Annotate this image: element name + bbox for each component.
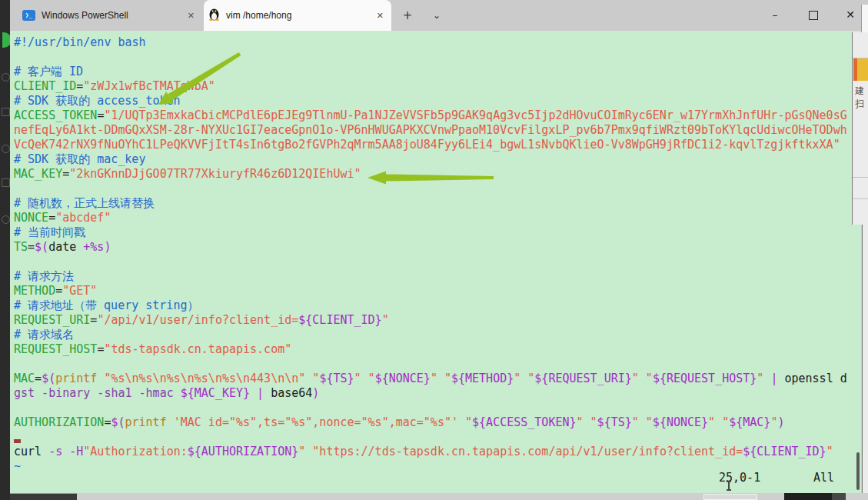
divider (853, 177, 868, 178)
code-line (14, 50, 847, 65)
linux-tux-icon (208, 8, 220, 23)
tab-close-icon[interactable]: ✕ (185, 9, 198, 22)
terminal-tab-bar: ❯_ Windows PowerShell ✕ vim /home/hong (10, 0, 861, 31)
cursor-position: 25,0-1 (719, 471, 760, 485)
code-line: METHOD="GET" (14, 284, 847, 298)
divider (853, 198, 868, 199)
vim-cursor (14, 439, 21, 443)
terminal-scrollbar[interactable] (856, 452, 860, 490)
tab-label: Windows PowerShell (42, 10, 128, 21)
code-line (14, 255, 847, 269)
terminal-screen[interactable]: #!/usr/bin/env bash# 客户端 IDCLIENT_ID="zW… (10, 31, 861, 493)
code-line: #!/usr/bin/env bash (14, 35, 847, 50)
code-line (14, 401, 847, 415)
background-button-fragment (703, 494, 757, 500)
scroll-indicator: All (813, 471, 834, 485)
background-orange-fragment (853, 58, 857, 81)
tab-vim-home-hong[interactable]: vim /home/hong ✕ (204, 0, 391, 31)
background-taskbar-strip (0, 493, 868, 500)
code-line: # 请求域名 (14, 328, 847, 342)
code-line: NONCE="abcdef" (14, 211, 847, 225)
code-line: AUTHORIZATION=$(printf 'MAC id="%s",ts="… (14, 415, 847, 430)
code-line: MAC=$(printf "%s\n%s\n%s\n%s\n%s\n443\n\… (14, 372, 847, 386)
background-window-edge (0, 493, 77, 500)
tab-close-icon[interactable]: ✕ (374, 9, 387, 22)
code-line: # 客户端 ID (14, 65, 847, 79)
code-line: TS=$(date +%s) (14, 240, 847, 255)
toolbar-tool-icon (2, 178, 10, 187)
code-line: ACCESS_TOKEN="1/UQTp3EmxkaCbicMCPdlE6pEJ… (14, 108, 847, 123)
background-window-fragment (862, 225, 868, 493)
code-line: # SDK 获取的 mac_key (14, 152, 847, 167)
vim-ruler: 25,0-1 All (10, 471, 861, 485)
vim-buffer: #!/usr/bin/env bash# 客户端 IDCLIENT_ID="zW… (14, 35, 847, 474)
code-line: REQUEST_URI="/api/v1/user/info?client_id… (14, 313, 847, 328)
maximize-button[interactable] (796, 0, 831, 31)
code-line (14, 182, 847, 196)
tab-dropdown-button[interactable]: ⌄ (424, 0, 450, 31)
code-line (14, 357, 847, 372)
code-line: VcQeK742rNX9fNuOYhC1LPeQKVVFjItT4sIn6tgB… (14, 138, 847, 152)
tab-windows-powershell[interactable]: ❯_ Windows PowerShell ✕ (18, 0, 202, 31)
code-line: REQUEST_HOST="tds-tapsdk.cn.tapapis.com" (14, 342, 847, 357)
maximize-icon (809, 11, 818, 20)
tab-label: vim /home/hong (226, 10, 291, 21)
code-line: # 请求方法 (14, 269, 847, 284)
code-line: # 请求地址（带 query string） (14, 298, 847, 313)
background-window-fragment: 建 扫 (852, 32, 868, 225)
minimize-button[interactable]: – (757, 0, 793, 31)
toolbar-tool-icon (2, 145, 10, 153)
new-tab-button[interactable]: + (394, 0, 421, 31)
code-line: nefEqLy6A1kt-DDmGQxXSM-28r-NYXUc1GI7eace… (14, 123, 847, 138)
background-text-fragment: 建 扫 (855, 85, 868, 111)
toolbar-tool-icon (2, 215, 10, 224)
code-line: curl -s -H"Authorization:${AUTHORIZATION… (14, 445, 847, 459)
code-line (14, 430, 847, 445)
code-line: gst -binary -sha1 -hmac ${MAC_KEY} | bas… (14, 386, 847, 401)
code-line: # 当前时间戳 (14, 225, 847, 240)
powershell-icon: ❯_ (22, 10, 35, 21)
background-window-sliver (861, 5, 868, 32)
code-line: # SDK 获取的 access_token (14, 94, 847, 108)
terminal-window: ❯_ Windows PowerShell ✕ vim /home/hong (10, 0, 861, 493)
code-line: MAC_KEY="2knGKnnDJjGO07TR77XkiuryfR46z6D… (14, 167, 847, 182)
background-dark-fragment (832, 493, 846, 500)
code-line: # 随机数，正式上线请替换 (14, 196, 847, 211)
toolbar-tool-icon (2, 108, 10, 116)
background-drawing-toolbar-sliver (0, 0, 10, 500)
background-dark-fragment (784, 493, 832, 500)
mouse-text-cursor (728, 482, 730, 490)
code-line: CLIENT_ID="zWJx1wfBcTMATqWbA" (14, 79, 847, 94)
toolbar-tool-icon (2, 73, 10, 82)
